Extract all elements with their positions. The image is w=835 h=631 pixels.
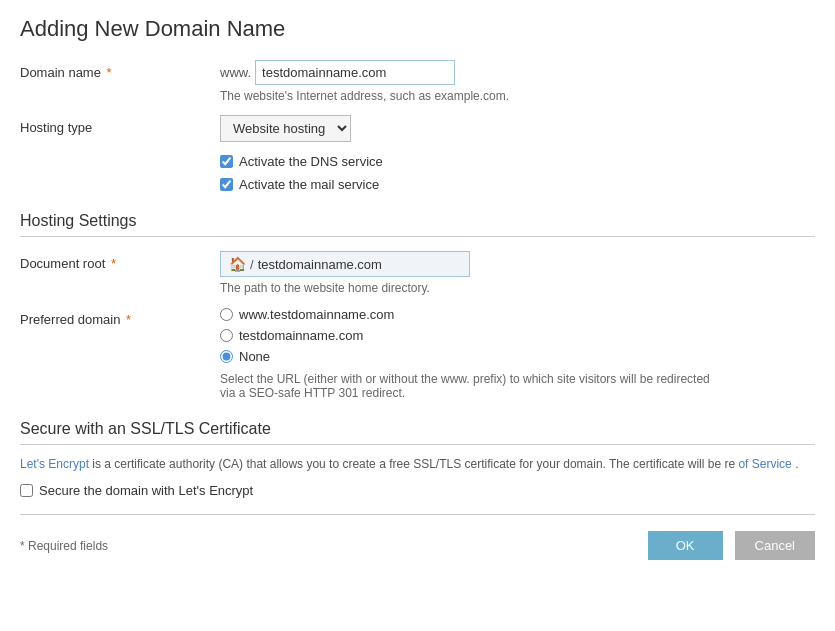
preferred-domain-hint: Select the URL (either with or without t… <box>220 372 720 400</box>
activate-mail-row: Activate the mail service <box>220 177 815 192</box>
preferred-domain-option-nowww: testdomainname.com <box>220 328 815 343</box>
ssl-checkbox[interactable] <box>20 484 33 497</box>
activate-mail-checkbox[interactable] <box>220 178 233 191</box>
activate-mail-label: Activate the mail service <box>239 177 379 192</box>
ok-button[interactable]: OK <box>648 531 723 560</box>
ssl-checkbox-label: Secure the domain with Let's Encrypt <box>39 483 253 498</box>
lets-encrypt-link[interactable]: Let's Encrypt <box>20 457 89 471</box>
domain-name-control: www. The website's Internet address, suc… <box>220 60 815 103</box>
radio-none[interactable] <box>220 350 233 363</box>
home-icon: 🏠 <box>229 256 246 272</box>
document-root-control: 🏠 / testdomainname.com The path to the w… <box>220 251 815 295</box>
preferred-domain-control: www.testdomainname.com testdomainname.co… <box>220 307 815 400</box>
hosting-settings-header: Hosting Settings <box>20 212 815 237</box>
ssl-section-header: Secure with an SSL/TLS Certificate <box>20 420 815 445</box>
www-prefix: www. <box>220 65 251 80</box>
domain-name-label: Domain name * <box>20 60 220 80</box>
domain-name-input[interactable] <box>255 60 455 85</box>
hosting-type-label: Hosting type <box>20 115 220 135</box>
activate-dns-row: Activate the DNS service <box>220 154 815 169</box>
preferred-domain-radio-group: www.testdomainname.com testdomainname.co… <box>220 307 815 364</box>
activate-dns-checkbox[interactable] <box>220 155 233 168</box>
document-root-value: testdomainname.com <box>258 257 382 272</box>
required-note: * Required fields <box>20 539 636 553</box>
ssl-checkbox-row: Secure the domain with Let's Encrypt <box>20 483 815 498</box>
radio-nowww-label: testdomainname.com <box>239 328 363 343</box>
terms-of-service-link[interactable]: of Service <box>738 457 791 471</box>
radio-www-label: www.testdomainname.com <box>239 307 394 322</box>
ssl-description: Let's Encrypt is a certificate authority… <box>20 455 815 473</box>
hosting-type-control: Website hosting DNS hosting Mail hosting <box>220 115 815 142</box>
document-root-display: 🏠 / testdomainname.com <box>220 251 470 277</box>
footer: * Required fields OK Cancel <box>20 531 815 560</box>
footer-divider <box>20 514 815 515</box>
ssl-section: Secure with an SSL/TLS Certificate Let's… <box>20 420 815 498</box>
preferred-domain-option-none: None <box>220 349 815 364</box>
radio-www[interactable] <box>220 308 233 321</box>
document-root-label: Document root * <box>20 251 220 271</box>
radio-none-label: None <box>239 349 270 364</box>
cancel-button[interactable]: Cancel <box>735 531 815 560</box>
ssl-description-text: is a certificate authority (CA) that all… <box>92 457 735 471</box>
slash: / <box>250 257 254 272</box>
radio-nowww[interactable] <box>220 329 233 342</box>
activate-dns-label: Activate the DNS service <box>239 154 383 169</box>
hosting-type-select[interactable]: Website hosting DNS hosting Mail hosting <box>220 115 351 142</box>
document-root-hint: The path to the website home directory. <box>220 281 815 295</box>
page-title: Adding New Domain Name <box>20 16 815 42</box>
domain-name-hint: The website's Internet address, such as … <box>220 89 815 103</box>
preferred-domain-label: Preferred domain * <box>20 307 220 327</box>
ssl-description-end: . <box>795 457 798 471</box>
preferred-domain-option-www: www.testdomainname.com <box>220 307 815 322</box>
